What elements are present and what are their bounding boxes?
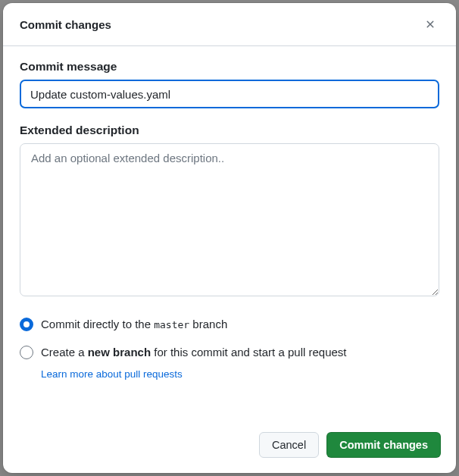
option-new-branch-label: Create a new branch for this commit and … [41,344,347,361]
option-direct-post: branch [189,318,227,330]
learn-more-link[interactable]: Learn more about pull requests [41,368,183,380]
commit-message-label: Commit message [20,60,439,74]
extended-description-textarea[interactable] [20,143,439,296]
dialog-title: Commit changes [20,18,111,31]
commit-changes-dialog: Commit changes Commit message Extended d… [3,3,456,473]
option-direct-pre: Commit directly to the [41,318,154,330]
commit-message-input[interactable] [20,80,439,108]
option-newbranch-bold: new branch [88,346,151,359]
dialog-header: Commit changes [3,3,456,46]
close-button[interactable] [420,14,441,35]
radio-checked-icon [20,318,33,331]
close-icon [424,18,436,30]
cancel-button[interactable]: Cancel [259,432,319,458]
extended-description-label: Extended description [20,124,439,137]
dialog-body: Commit message Extended description Comm… [3,46,456,418]
dialog-footer: Cancel Commit changes [3,418,456,473]
learn-more-container: Learn more about pull requests [41,367,439,380]
option-direct-branchname: master [154,319,189,330]
option-new-branch[interactable]: Create a new branch for this commit and … [20,344,439,361]
option-commit-direct-label: Commit directly to the master branch [41,316,227,334]
option-newbranch-pre: Create a [41,346,88,359]
commit-changes-button[interactable]: Commit changes [326,432,441,458]
radio-unchecked-icon [20,346,33,359]
option-newbranch-post: for this commit and start a pull request [151,346,346,359]
option-commit-direct[interactable]: Commit directly to the master branch [20,316,439,334]
branch-options: Commit directly to the master branch Cre… [20,316,439,380]
